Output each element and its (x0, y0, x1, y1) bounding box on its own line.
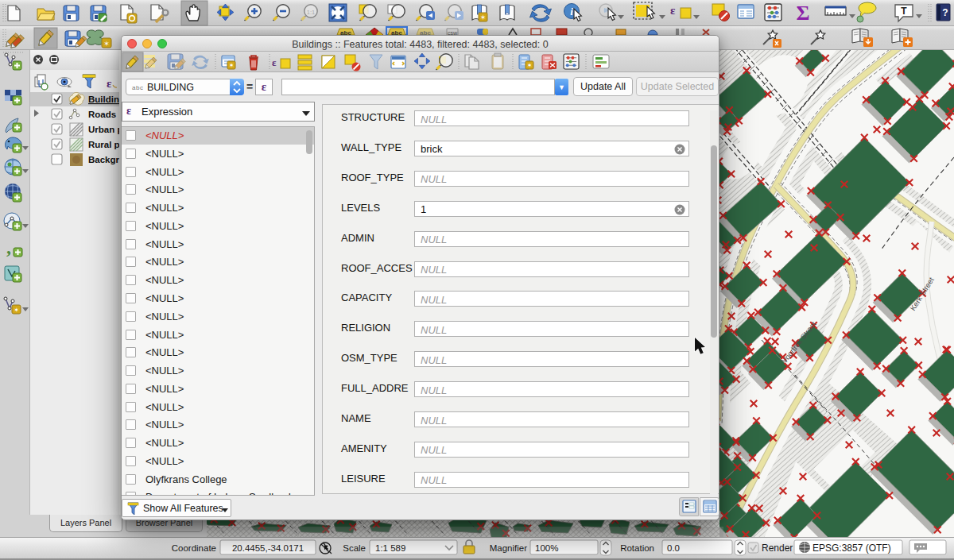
svg-text:Scale: Scale (343, 543, 366, 553)
svg-text:ε: ε (272, 56, 277, 68)
svg-text:Rural p: Rural p (88, 140, 120, 149)
svg-text:1:1: 1:1 (307, 9, 315, 16)
svg-text:20.4455,-34.0171: 20.4455,-34.0171 (232, 543, 304, 553)
svg-text:✶: ✶ (14, 307, 19, 314)
svg-text:Render: Render (762, 543, 793, 554)
svg-text:EPSG:3857 (OTF): EPSG:3857 (OTF) (812, 543, 891, 554)
svg-text:100%: 100% (535, 543, 558, 553)
svg-text:i: i (570, 6, 573, 17)
svg-text:Urban p: Urban p (88, 125, 121, 134)
svg-text:Roads: Roads (88, 110, 116, 119)
svg-text:Buildin: Buildin (88, 95, 119, 104)
svg-text:Magnifier: Magnifier (490, 543, 527, 553)
svg-text:Coordinate: Coordinate (172, 543, 216, 553)
svg-text:T: T (901, 6, 907, 17)
svg-text:1:1 589: 1:1 589 (375, 543, 405, 553)
svg-text:Backgr: Backgr (88, 155, 120, 164)
svg-text:Rotation: Rotation (620, 543, 654, 553)
svg-text:✶: ✶ (480, 14, 487, 21)
svg-text:✶: ✶ (527, 62, 533, 69)
svg-text:?: ? (942, 7, 948, 18)
svg-text:Σ: Σ (797, 2, 810, 25)
svg-text:0.0: 0.0 (667, 543, 680, 553)
svg-text:✶: ✶ (103, 40, 110, 48)
svg-text:▼: ▼ (558, 83, 565, 91)
svg-text:ε: ε (670, 4, 676, 17)
svg-text:,: , (6, 237, 11, 257)
svg-text:✶: ✶ (229, 62, 235, 69)
svg-text:ε: ε (107, 77, 112, 90)
